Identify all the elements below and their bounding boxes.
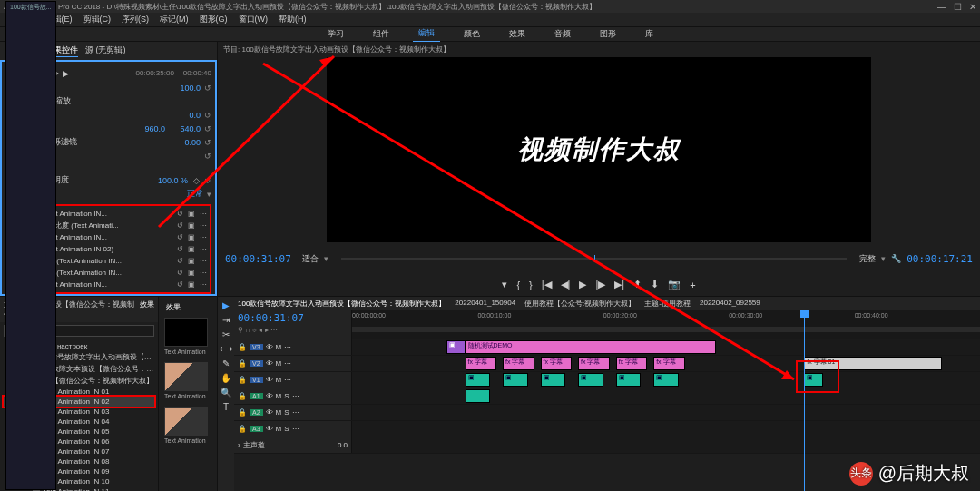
- reset-icon[interactable]: ↺: [175, 221, 184, 230]
- resolution-dropdown[interactable]: 完整: [859, 253, 876, 265]
- sequence-tab[interactable]: 使用教程【公众号:视频制作大叔】: [524, 299, 635, 309]
- go-in-icon[interactable]: |◀: [542, 279, 552, 290]
- menu-图形(G)[interactable]: 图形(G): [196, 14, 231, 25]
- effect-toggle-icon[interactable]: ▣: [187, 257, 196, 265]
- timeline-options[interactable]: ⚲ ∩ ⟐ ◂ ▸ ⋯: [238, 324, 348, 334]
- maximize-icon[interactable]: ☐: [954, 2, 962, 12]
- reset-icon[interactable]: ↺: [175, 269, 184, 277]
- extract-icon[interactable]: ⬇: [651, 279, 659, 290]
- menu-剪辑(C)[interactable]: 剪辑(C): [80, 14, 115, 25]
- timeline-ruler[interactable]: 00:00:00:0000:00:10:0000:00:20:0000:00:3…: [352, 310, 980, 339]
- solo-icon[interactable]: S: [284, 408, 289, 417]
- add-marker-icon[interactable]: ▾: [502, 279, 507, 290]
- mute-icon[interactable]: M: [276, 392, 282, 400]
- workspace-tab[interactable]: 效果: [504, 26, 531, 42]
- opacity-value[interactable]: 100.0 %: [152, 176, 188, 185]
- reset-icon[interactable]: ↺: [204, 111, 211, 120]
- solo-icon[interactable]: S: [284, 392, 289, 400]
- track-lane[interactable]: [352, 405, 980, 420]
- sequence-tab[interactable]: 100款信号故障文字出入动画预设【微信公众号：视频制作大叔】: [238, 299, 446, 309]
- mark-in-icon[interactable]: {: [516, 280, 520, 290]
- bin-thumbnail[interactable]: Text Animation I: [164, 407, 208, 444]
- menu-标记(M)[interactable]: 标记(M): [156, 14, 192, 25]
- workspace-tab[interactable]: 库: [640, 26, 659, 42]
- track-header[interactable]: 🔒A2👁MS⋯: [234, 405, 352, 420]
- razor-tool-icon[interactable]: ⟷: [220, 344, 232, 354]
- workspace-tab[interactable]: 音频: [549, 26, 576, 42]
- property-value[interactable]: 0.0: [164, 111, 201, 120]
- effect-toggle-icon[interactable]: ▣: [187, 233, 196, 241]
- slip-tool-icon[interactable]: ✎: [222, 358, 230, 368]
- track-header[interactable]: 🔒V2👁M⋯: [234, 356, 352, 371]
- reset-icon[interactable]: ↺: [175, 210, 184, 218]
- track-lane[interactable]: [352, 388, 980, 404]
- solo-icon[interactable]: S: [284, 425, 289, 433]
- track-lane[interactable]: fx 字幕fx 字幕fx 字幕fx 字幕fx 字幕fx 字幕fx 字幕 01: [352, 356, 980, 371]
- type-tool-icon[interactable]: T: [223, 402, 229, 412]
- effect-toggle-icon[interactable]: ▣: [187, 210, 196, 218]
- mute-icon[interactable]: M: [276, 425, 282, 433]
- bin-thumbnail[interactable]: Text Animation I: [164, 318, 208, 355]
- track-header[interactable]: 🔒A3👁MS⋯: [234, 421, 352, 437]
- play-icon[interactable]: ▶: [63, 69, 69, 78]
- workspace-tab[interactable]: 颜色: [458, 26, 485, 42]
- track-lane[interactable]: [352, 421, 980, 437]
- property-value[interactable]: 100.0: [164, 83, 201, 93]
- effect-toggle-icon[interactable]: ▣: [187, 221, 196, 230]
- reset-icon[interactable]: ↺: [175, 233, 184, 241]
- bin-tab[interactable]: 效果: [162, 300, 213, 314]
- step-back-icon[interactable]: ◀|: [561, 279, 571, 290]
- zoom-fit-dropdown[interactable]: 适合: [302, 253, 318, 265]
- track-header[interactable]: 🔒A1👁MS⋯: [234, 388, 352, 404]
- effect-toggle-icon[interactable]: ▣: [187, 280, 196, 289]
- property-value[interactable]: 960.0: [129, 124, 165, 133]
- play-icon[interactable]: ▶: [579, 279, 586, 290]
- mute-icon[interactable]: M: [276, 408, 282, 417]
- workspace-tab[interactable]: 组件: [368, 26, 395, 42]
- effect-toggle-icon[interactable]: ▣: [187, 269, 196, 277]
- program-timecode[interactable]: 00:00:31:07: [225, 253, 291, 265]
- reset-icon[interactable]: ↺: [175, 280, 184, 289]
- track-header[interactable]: 🔒V1👁M⋯: [234, 372, 352, 388]
- close-icon[interactable]: ✕: [969, 2, 976, 12]
- sequence-tab[interactable]: 20220401_150904: [455, 299, 515, 309]
- mute-icon[interactable]: M: [276, 376, 282, 384]
- lift-icon[interactable]: ⬆: [633, 279, 642, 290]
- wrench-icon[interactable]: 🔧: [891, 254, 901, 263]
- blend-mode-dropdown[interactable]: 正常: [167, 188, 203, 200]
- program-scrubber[interactable]: [341, 258, 847, 260]
- minimize-icon[interactable]: —: [937, 2, 946, 12]
- timeline-timecode[interactable]: 00:00:31:07: [238, 312, 348, 324]
- hand-tool-icon[interactable]: 🔍: [220, 388, 231, 398]
- sequence-tab[interactable]: 主题-使用教程: [644, 299, 691, 309]
- go-out-icon[interactable]: ▶|: [614, 279, 624, 290]
- export-frame-icon[interactable]: 📷: [668, 279, 681, 290]
- menu-帮助(H)[interactable]: 帮助(H): [275, 14, 310, 25]
- program-viewport[interactable]: 视频制作大叔: [327, 57, 871, 242]
- workspace-tab[interactable]: 学习: [322, 26, 349, 42]
- mark-out-icon[interactable]: }: [529, 280, 533, 290]
- bin-thumbnail[interactable]: Text Animation I: [164, 362, 208, 399]
- reset-icon[interactable]: ↺: [175, 257, 184, 265]
- selection-tool-icon[interactable]: ▶: [222, 300, 230, 310]
- ripple-tool-icon[interactable]: ✂: [222, 329, 230, 339]
- reset-icon[interactable]: ↺: [204, 124, 211, 133]
- workspace-tab[interactable]: 图形: [594, 26, 622, 42]
- track-lane[interactable]: ▣▣▣▣▣▣▣: [352, 372, 980, 388]
- reset-icon[interactable]: ↺: [204, 83, 211, 93]
- settings-icon[interactable]: +: [690, 280, 695, 290]
- master-track-header[interactable]: ›主声道0.0: [234, 437, 352, 453]
- property-value[interactable]: 0.00: [164, 138, 201, 147]
- menu-序列(S)[interactable]: 序列(S): [118, 14, 152, 25]
- effects-tab[interactable]: 效果: [140, 300, 154, 319]
- pen-tool-icon[interactable]: ✋: [220, 373, 231, 383]
- clip-name-dropdown[interactable]: 100款信号故...: [5, 60, 56, 296]
- effect-toggle-icon[interactable]: ▣: [187, 245, 196, 253]
- track-header[interactable]: 🔒V3👁M⋯: [234, 339, 352, 355]
- mute-icon[interactable]: M: [276, 343, 282, 351]
- workspace-tab[interactable]: 编辑: [413, 25, 440, 43]
- track-lane[interactable]: ▣随机测试DEMO: [352, 339, 980, 355]
- reset-icon[interactable]: ↺: [204, 138, 211, 147]
- panel-tab[interactable]: 源 (无剪辑): [85, 44, 126, 57]
- mute-icon[interactable]: M: [276, 359, 282, 368]
